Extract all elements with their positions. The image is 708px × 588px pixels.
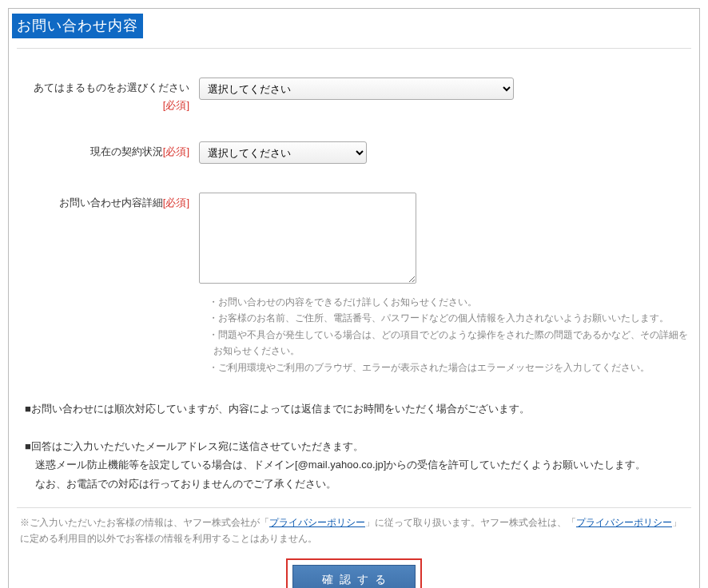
category-select[interactable]: 選択してください <box>199 77 514 100</box>
note-line: ・問題や不具合が発生している場合は、どの項目でどのような操作をされた際の問題であ… <box>209 327 688 360</box>
required-badge: [必須] <box>163 197 189 209</box>
confirm-button-highlight: 確認する <box>286 558 422 588</box>
label-contract-text: 現在の契約状況 <box>90 145 163 157</box>
privacy-policy-link[interactable]: プライバシーポリシー <box>576 517 672 528</box>
note-line: ・お客様のお名前、ご住所、電話番号、パスワードなどの個人情報を入力されないようお… <box>209 310 688 326</box>
field-category: 選択してください <box>199 77 699 100</box>
row-contract: 現在の契約状況[必須] 選択してください <box>9 141 699 164</box>
confirm-button[interactable]: 確認する <box>292 565 416 588</box>
info-line-2: ■回答はご入力いただいたメールアドレス宛に送信させていただきます。 <box>25 437 683 455</box>
info-block: ■お問い合わせには順次対応していますが、内容によっては返信までにお時間をいただく… <box>25 399 683 493</box>
label-category: あてはまるものをお選びください [必須] <box>14 77 199 113</box>
info-line-1: ■お問い合わせには順次対応していますが、内容によっては返信までにお時間をいただく… <box>25 399 683 418</box>
row-category: あてはまるものをお選びください [必須] 選択してください <box>9 77 699 113</box>
divider <box>17 48 691 49</box>
field-detail <box>199 193 699 286</box>
info-line-3: 迷惑メール防止機能等を設定している場合は、ドメイン[@mail.yahoo.co… <box>35 455 683 474</box>
label-category-text: あてはまるものをお選びください <box>34 81 189 93</box>
row-detail: お問い合わせ内容詳細[必須] <box>9 193 699 286</box>
label-detail-text: お問い合わせ内容詳細 <box>59 197 163 209</box>
form-panel: お問い合わせ内容 あてはまるものをお選びください [必須] 選択してください 現… <box>8 8 700 588</box>
required-badge: [必須] <box>163 145 189 157</box>
divider <box>17 507 691 508</box>
privacy-pre: ※ご入力いただいたお客様の情報は、ヤフー株式会社が「 <box>20 517 269 528</box>
label-contract: 現在の契約状況[必須] <box>14 141 199 159</box>
privacy-policy-link[interactable]: プライバシーポリシー <box>269 517 365 528</box>
form-body: あてはまるものをお選びください [必須] 選択してください 現在の契約状況[必須… <box>9 77 699 375</box>
contract-select[interactable]: 選択してください <box>199 141 367 164</box>
detail-notes: ・お問い合わせの内容をできるだけ詳しくお知らせください。 ・お客様のお名前、ご住… <box>209 294 699 375</box>
button-area: 確認する <box>9 558 699 588</box>
required-badge: [必須] <box>14 98 189 113</box>
section-title: お問い合わせ内容 <box>12 14 143 38</box>
privacy-note: ※ご入力いただいたお客様の情報は、ヤフー株式会社が「プライバシーポリシー」に従っ… <box>20 514 688 547</box>
note-line: ・お問い合わせの内容をできるだけ詳しくお知らせください。 <box>209 294 688 310</box>
note-line: ・ご利用環境やご利用のブラウザ、エラーが表示された場合はエラーメッセージを入力し… <box>209 360 688 375</box>
detail-textarea[interactable] <box>199 193 416 284</box>
privacy-mid: 」に従って取り扱います。ヤフー株式会社は、「 <box>365 517 576 528</box>
info-line-4: なお、お電話での対応は行っておりませんのでご了承ください。 <box>35 475 683 493</box>
label-detail: お問い合わせ内容詳細[必須] <box>14 193 199 210</box>
field-contract: 選択してください <box>199 141 699 164</box>
